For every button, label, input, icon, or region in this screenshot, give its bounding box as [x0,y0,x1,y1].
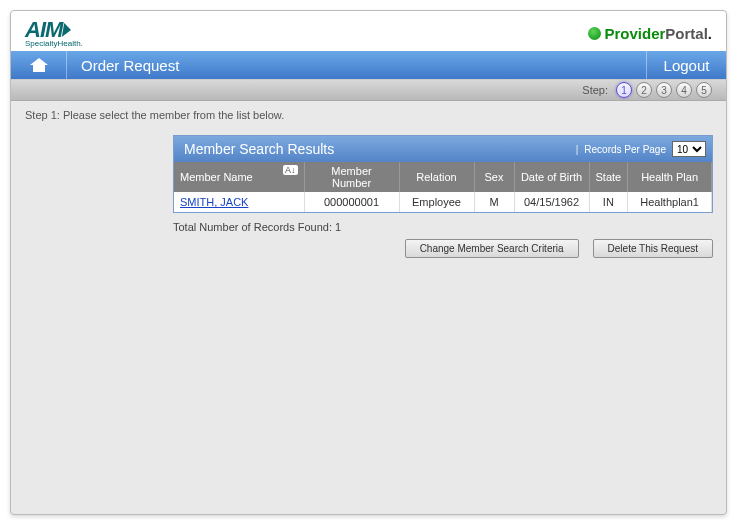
panel-header: Member Search Results | Records Per Page… [174,136,712,162]
cell-sex: M [474,192,514,212]
step-2[interactable]: 2 [636,82,652,98]
cell-dob: 04/15/1962 [514,192,589,212]
cell-state: IN [589,192,628,212]
chevron-right-icon [62,23,72,37]
pp-text-gray: Portal [665,25,708,42]
col-dob[interactable]: Date of Birth [514,162,589,192]
member-link[interactable]: SMITH, JACK [180,196,248,208]
step-label: Step: [582,84,608,96]
globe-icon [588,27,601,40]
below-panel: Total Number of Records Found: 1 Change … [173,221,713,258]
panel-title: Member Search Results [184,141,576,157]
separator: | [576,144,579,155]
results-panel: Member Search Results | Records Per Page… [173,135,713,213]
sort-icon[interactable]: A↓ [283,165,298,175]
table-header-row: Member Name A↓ Member Number Relation Se… [174,162,712,192]
records-per-page-select[interactable]: 10 [672,141,706,157]
col-member-name[interactable]: Member Name A↓ [174,162,304,192]
aim-logo-sub: SpecialtyHealth. [25,40,83,48]
provider-portal-logo: ProviderPortal. [588,25,712,42]
cell-member-number: 000000001 [304,192,399,212]
total-records-label: Total Number of Records Found: 1 [173,221,713,233]
step-5[interactable]: 5 [696,82,712,98]
col-member-name-label: Member Name [180,171,253,183]
rpp-label: Records Per Page [584,144,666,155]
step-1[interactable]: 1 [616,82,632,98]
aim-logo: AIM SpecialtyHealth. [25,19,83,48]
col-sex[interactable]: Sex [474,162,514,192]
logout-button[interactable]: Logout [646,51,726,79]
results-table: Member Name A↓ Member Number Relation Se… [174,162,712,212]
nav-bar: Order Request Logout [11,51,726,79]
cell-relation: Employee [399,192,474,212]
col-state[interactable]: State [589,162,628,192]
step-bar: Step: 1 2 3 4 5 [11,79,726,101]
aim-logo-text: AIM [25,19,83,41]
home-button[interactable] [11,51,67,79]
page-title: Order Request [67,51,646,79]
col-health-plan[interactable]: Health Plan [628,162,712,192]
change-search-button[interactable]: Change Member Search Criteria [405,239,579,258]
home-icon [30,58,48,72]
delete-request-button[interactable]: Delete This Request [593,239,713,258]
header-bar: AIM SpecialtyHealth. ProviderPortal. [11,11,726,51]
pp-text-dot: . [708,25,712,42]
step-4[interactable]: 4 [676,82,692,98]
cell-health-plan: Healthplan1 [628,192,712,212]
pp-text-green: Provider [604,25,665,42]
aim-logo-main: AIM [25,19,62,41]
instruction-text: Step 1: Please select the member from th… [11,101,726,135]
step-3[interactable]: 3 [656,82,672,98]
app-frame: AIM SpecialtyHealth. ProviderPortal. Ord… [10,10,727,515]
col-member-number[interactable]: Member Number [304,162,399,192]
cell-member-name: SMITH, JACK [174,192,304,212]
table-row: SMITH, JACK 000000001 Employee M 04/15/1… [174,192,712,212]
col-relation[interactable]: Relation [399,162,474,192]
button-row: Change Member Search Criteria Delete Thi… [173,239,713,258]
